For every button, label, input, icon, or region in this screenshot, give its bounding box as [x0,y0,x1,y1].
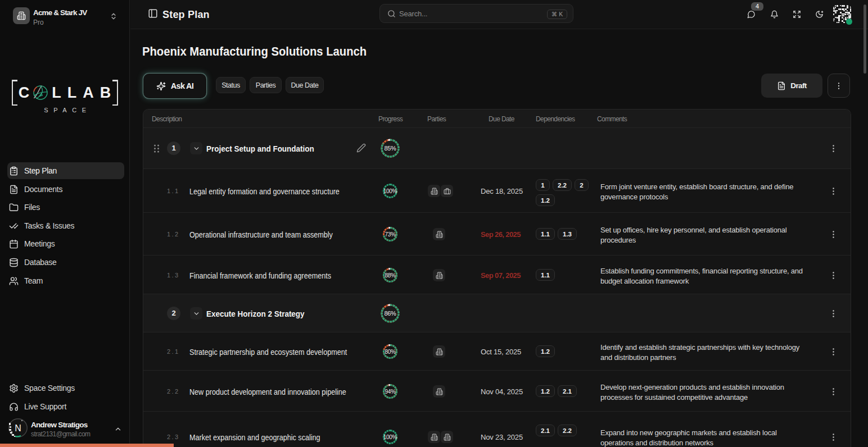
svg-text:N: N [15,423,21,433]
